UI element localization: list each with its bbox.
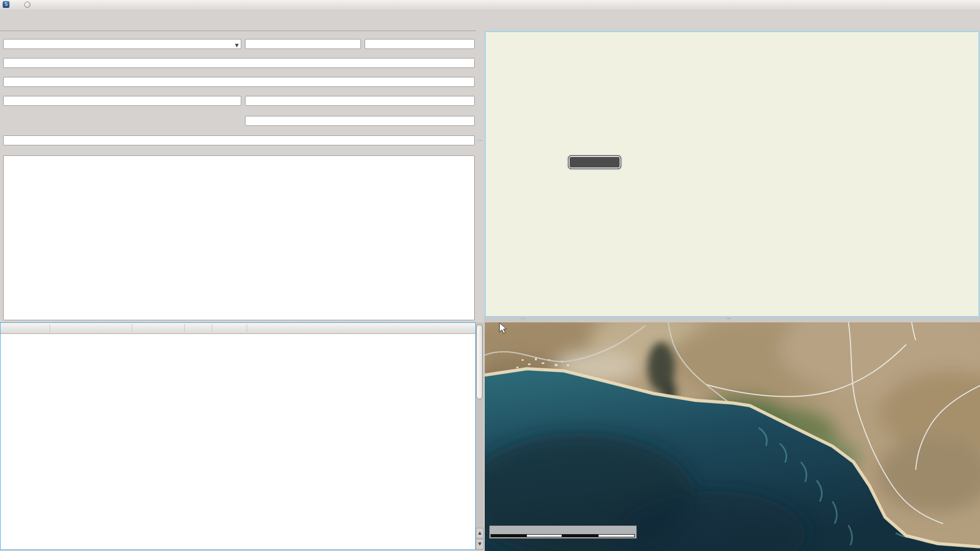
notes-textarea[interactable] [3, 155, 475, 320]
chevron-down-icon[interactable]: ▼ [235, 41, 239, 49]
air-temp-input[interactable] [245, 39, 361, 49]
scroll-down-button[interactable]: ▼ [476, 539, 484, 549]
titlebar: S [0, 0, 980, 9]
pane-splitter[interactable]: ⋮ [477, 138, 483, 144]
chart-map-splitter[interactable]: ⋯ ⋯ [484, 317, 980, 322]
start-time-combo[interactable]: ▼ [3, 39, 241, 49]
scroll-up-button[interactable]: ▲ [476, 528, 484, 538]
mouse-cursor [498, 322, 509, 335]
location-input[interactable] [3, 58, 475, 68]
tray-icon[interactable] [24, 2, 31, 8]
suit-input[interactable] [245, 116, 475, 126]
coordinates-input[interactable] [3, 77, 475, 87]
dive-profile-chart [485, 31, 979, 317]
dive-list [0, 322, 476, 550]
satellite-map [485, 322, 980, 551]
information-button[interactable] [568, 155, 621, 169]
scrollbar-thumb[interactable] [476, 324, 483, 399]
divemaster-input[interactable] [3, 96, 241, 106]
menubar [0, 9, 980, 21]
dive-list-scrollbar[interactable]: ▲ ▼ [476, 322, 484, 551]
tags-input[interactable] [3, 135, 475, 145]
map-scalebar [489, 525, 637, 539]
water-temp-input[interactable] [365, 39, 475, 49]
map-view[interactable] [485, 322, 980, 551]
app-window: S ▼ [0, 0, 980, 551]
dive-list-header[interactable] [1, 323, 475, 334]
buddy-input[interactable] [245, 96, 475, 106]
app-icon: S [3, 1, 9, 8]
profile-plot [486, 32, 978, 316]
